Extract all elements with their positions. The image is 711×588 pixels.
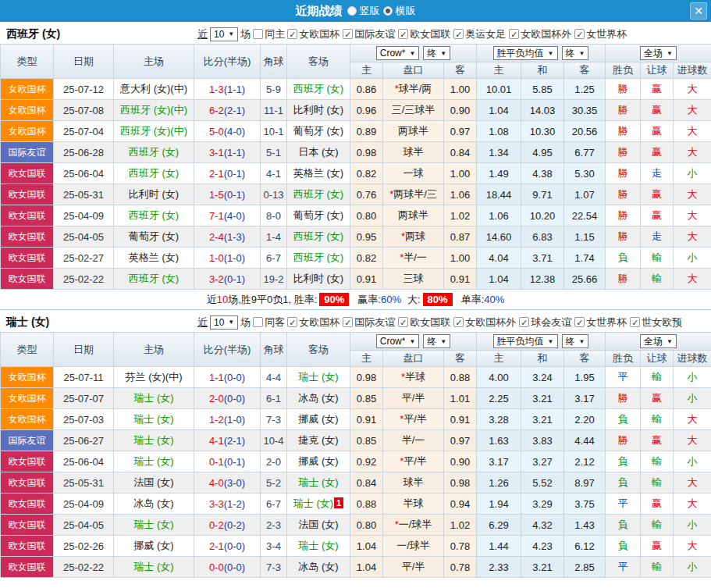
match-date: 25-06-04 — [54, 451, 114, 472]
handicap-odds-away: 0.97 — [444, 121, 477, 142]
home-team: 瑞士 (女) — [114, 388, 194, 409]
avg-odds-home: 1.34 — [477, 142, 521, 163]
competition-label: 奥运女足 — [465, 27, 506, 41]
avg-odds-draw: 3.24 — [521, 367, 564, 388]
competition-checkbox[interactable]: ✓女欧国杯外 — [453, 315, 516, 330]
match-date: 25-06-27 — [54, 430, 114, 451]
result-handicap: 輸 — [641, 269, 674, 290]
checkbox-checked-icon: ✓ — [343, 29, 353, 39]
away-team: 瑞士 (女)1 — [287, 494, 350, 515]
col-header-date: 日期 — [54, 333, 114, 367]
competition-label: 球会友谊 — [531, 315, 571, 330]
odds-source-select[interactable]: Crow* ▼ — [376, 334, 420, 348]
period-select[interactable]: 终 ▼ — [423, 334, 450, 348]
match-count-select[interactable]: 10 ▼ — [210, 27, 238, 41]
handicap-odds-away: 1.00 — [444, 79, 477, 100]
sub-header-goals: 进球数 — [674, 62, 711, 79]
handicap-odds-home: 0.85 — [350, 430, 383, 451]
away-team: 日本 (女) — [287, 142, 350, 163]
sub-header-avg-home: 主 — [477, 62, 521, 79]
avg-odds-away: 6.77 — [564, 142, 606, 163]
checkbox-icon — [253, 29, 263, 39]
competition-checkbox[interactable]: ✓欧女国联 — [398, 315, 450, 330]
avg-odds-draw: 3.29 — [521, 494, 564, 515]
away-team: 葡萄牙 (女) — [287, 205, 350, 226]
result-wdl: 勝 — [606, 184, 641, 205]
competition-checkbox[interactable]: ✓世女欧预 — [630, 315, 682, 330]
handicap-odds-away: 0.90 — [444, 451, 477, 472]
away-team: 瑞士 (女) — [287, 472, 350, 494]
period-select[interactable]: 终 ▼ — [562, 334, 589, 348]
result-wdl: 勝 — [606, 142, 641, 163]
avg-group-header: 胜平负均值 ▼ 终 ▼ — [477, 333, 606, 351]
corner-score: 6-1 — [261, 388, 287, 409]
result-handicap: 輸 — [641, 248, 674, 269]
sub-header-avg-away: 客 — [564, 62, 606, 79]
sub-header-avg-draw: 和 — [521, 62, 564, 79]
competition-filters: ✓女欧国杯✓国际友谊✓欧女国联✓奥运女足✓女欧国杯外✓女世界杯 — [287, 27, 627, 41]
handicap-line: *一/球半 — [383, 515, 444, 536]
scope-select[interactable]: 全场 ▼ — [640, 46, 677, 60]
result-goals: 小 — [674, 248, 711, 269]
match-row: 欧女国联25-02-22西班牙 (女)3-2(0-1)19-2比利时 (女)0.… — [1, 269, 711, 290]
competition-checkbox[interactable]: ✓女世界杯 — [574, 27, 627, 41]
sub-header-handicap: 盘口 — [383, 62, 444, 79]
period-select[interactable]: 终 ▼ — [562, 46, 589, 60]
summary-text: 近10场,胜9平0负1, 胜率: — [207, 293, 318, 307]
competition-checkbox[interactable]: ✓欧女国联 — [398, 27, 450, 41]
competition-checkbox[interactable]: ✓女欧国杯 — [287, 27, 340, 41]
competition-checkbox[interactable]: ✓女欧国杯外 — [509, 27, 571, 41]
scope-select[interactable]: 全场 ▼ — [640, 334, 677, 348]
result-wdl: 勝 — [606, 226, 641, 248]
col-header-score: 比分(半场) — [194, 333, 261, 367]
match-count-value: 10 — [214, 317, 224, 328]
single-value: 40% — [484, 294, 504, 305]
match-date: 25-07-07 — [54, 388, 114, 409]
match-score: 0-1(0-1) — [194, 451, 261, 472]
competition-checkbox[interactable]: ✓女世界杯 — [574, 315, 627, 330]
corner-score: 10-4 — [261, 430, 287, 451]
match-date: 25-07-04 — [54, 121, 114, 142]
match-count-select[interactable]: 10 ▼ — [210, 315, 238, 330]
same-home-checkbox[interactable]: 同主 — [253, 27, 285, 41]
avg-odds-home: 1.44 — [477, 536, 521, 557]
avg-odds-select[interactable]: 胜平负均值 ▼ — [493, 334, 558, 348]
match-row: 欧女国联25-05-31法国 (女)4-0(3-0)5-2瑞士 (女)0.84球… — [1, 472, 711, 494]
handicap-line: *半/一 — [383, 248, 444, 269]
competition-checkbox[interactable]: ✓球会友谊 — [519, 315, 571, 330]
star-marker: * — [400, 251, 403, 263]
col-header-corner: 角球 — [261, 45, 287, 79]
match-row: 欧女国联25-02-26挪威 (女)2-1(0-0)3-4瑞士 (女)1.04一… — [1, 536, 711, 557]
avg-odds-draw: 3.83 — [521, 430, 564, 451]
period-select[interactable]: 终 ▼ — [423, 46, 450, 60]
avg-odds-draw: 3.27 — [521, 451, 564, 472]
odds-source-select[interactable]: Crow* ▼ — [376, 46, 420, 60]
avg-odds-home: 14.60 — [477, 226, 521, 248]
handicap-odds-away: 0.91 — [444, 269, 477, 290]
result-handicap: 輸 — [641, 472, 674, 494]
match-score: 4-1(2-1) — [194, 430, 261, 451]
chevron-down-icon: ▼ — [667, 50, 673, 57]
match-date: 25-07-12 — [54, 79, 114, 100]
avg-odds-home: 1.26 — [477, 472, 521, 494]
competition-checkbox[interactable]: ✓国际友谊 — [343, 27, 395, 41]
horizontal-layout-radio[interactable] — [383, 6, 393, 16]
same-away-checkbox[interactable]: 同客 — [253, 315, 285, 330]
match-type-badge: 女欧国杯 — [1, 100, 54, 121]
close-button[interactable]: ✕ — [690, 2, 707, 20]
match-type-badge: 欧女国联 — [1, 451, 54, 472]
avg-odds-draw: 3.71 — [521, 248, 564, 269]
competition-checkbox[interactable]: ✓国际友谊 — [343, 315, 395, 330]
avg-odds-home: 3.28 — [477, 409, 521, 430]
match-type-badge: 女欧国杯 — [1, 367, 54, 388]
avg-odds-select[interactable]: 胜平负均值 ▼ — [493, 46, 558, 60]
home-team: 英格兰 (女) — [114, 248, 194, 269]
competition-checkbox[interactable]: ✓奥运女足 — [453, 27, 506, 41]
match-row: 欧女国联25-06-04瑞士 (女)0-1(0-1)2-0挪威 (女)0.92*… — [1, 451, 711, 472]
avg-odds-away: 22.54 — [564, 205, 606, 226]
vertical-layout-radio[interactable] — [347, 6, 357, 16]
result-goals: 小 — [674, 451, 711, 472]
competition-checkbox[interactable]: ✓女欧国杯 — [287, 315, 340, 330]
result-goals: 小 — [674, 557, 711, 578]
competition-label: 女欧国杯 — [299, 27, 340, 41]
